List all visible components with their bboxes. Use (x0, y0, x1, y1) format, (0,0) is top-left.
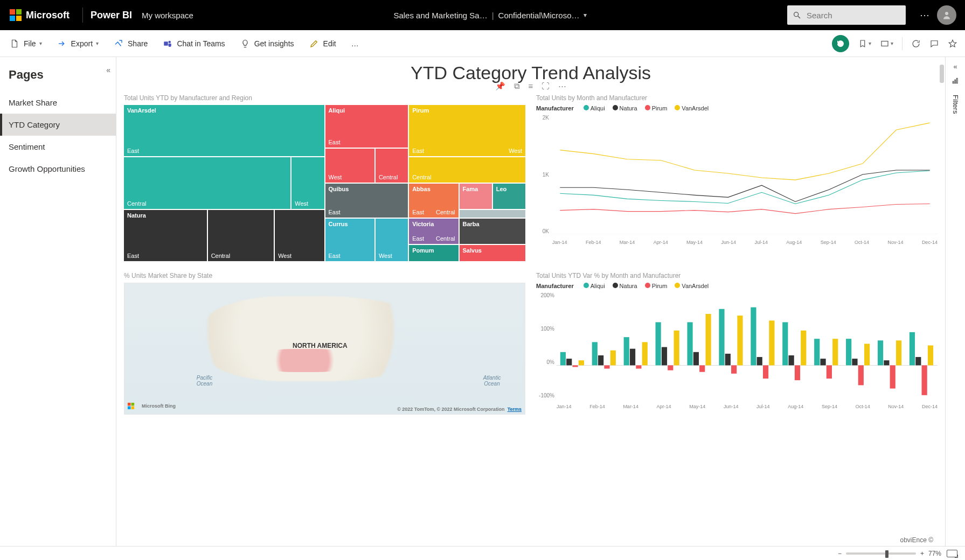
export-menu[interactable]: Export ▾ (55, 36, 101, 52)
search-input[interactable] (806, 10, 910, 20)
report-canvas: YTD Category Trend Analysis 📌 ⧉ ≡ ⛶ ⋯ To… (124, 62, 938, 415)
edit-button[interactable]: Edit (307, 36, 338, 52)
zoom-in-button[interactable]: + (920, 550, 924, 557)
file-icon (10, 39, 19, 48)
brand-product[interactable]: Power BI (91, 10, 132, 21)
svg-rect-3 (164, 41, 169, 46)
comment-button[interactable] (929, 39, 939, 48)
pin-icon[interactable]: 📌 (495, 81, 505, 91)
y-axis: 2K1K0K (536, 115, 549, 234)
filter-icon[interactable]: ≡ (529, 81, 533, 91)
page-item-growth[interactable]: Growth Opportunities (0, 158, 116, 180)
bulb-icon (240, 39, 250, 48)
svg-rect-30 (884, 360, 889, 365)
page-item-sentiment[interactable]: Sentiment (0, 136, 116, 158)
appbar-more-button[interactable]: ⋯ (912, 9, 937, 21)
svg-rect-36 (699, 365, 705, 372)
map-heat-usa (253, 349, 357, 373)
page-item-ytd-category[interactable]: YTD Category (0, 114, 116, 136)
legend-item: Natura (620, 283, 637, 289)
zoom-control[interactable]: − + 77% (838, 550, 941, 557)
expand-filters-icon[interactable]: « (953, 62, 957, 71)
tm-quibus: Quibus (329, 186, 349, 192)
chevron-down-icon: ▾ (39, 40, 42, 46)
svg-rect-22 (630, 349, 635, 366)
file-label: File (24, 39, 36, 48)
bookmark-icon (858, 39, 867, 48)
user-avatar[interactable] (937, 5, 956, 25)
legend-title: Manufacturer (536, 105, 574, 111)
treemap-plot[interactable]: VanArsdelEast Central West NaturaEast Ce… (124, 105, 525, 261)
chevron-down-icon[interactable]: ▾ (584, 11, 587, 19)
copy-icon[interactable]: ⧉ (514, 81, 520, 91)
fit-to-page-button[interactable] (947, 550, 957, 557)
zoom-slider[interactable] (846, 552, 916, 555)
teams-icon (163, 39, 172, 48)
page-item-market-share[interactable]: Market Share (0, 92, 116, 114)
tm-vanarsdel: VanArsdel (127, 107, 156, 114)
insights-button[interactable]: Get insights (238, 36, 296, 52)
linechart-plot[interactable]: 2K1K0K Jan-14Feb-14Mar-14Apr-14May-14Jun… (536, 115, 938, 245)
favorite-button[interactable] (948, 39, 957, 48)
tm-label: West (295, 200, 308, 207)
barchart-plot[interactable]: 200%100%0%-100% Jan-14Feb-14Mar-14Apr-14… (536, 292, 938, 409)
file-menu[interactable]: File ▾ (8, 36, 44, 52)
svg-rect-48 (705, 314, 711, 365)
more-icon[interactable]: ⋯ (558, 81, 566, 91)
svg-rect-15 (782, 322, 788, 365)
brand-company: Microsoft (26, 10, 70, 21)
svg-rect-9 (592, 342, 598, 365)
svg-rect-50 (769, 320, 774, 365)
refresh-button[interactable] (911, 39, 921, 48)
svg-rect-41 (858, 365, 864, 385)
svg-rect-47 (674, 331, 679, 366)
focus-icon[interactable]: ⛶ (541, 81, 550, 91)
svg-rect-13 (719, 309, 724, 366)
filters-pane-collapsed[interactable]: « Filters (946, 57, 965, 546)
app-bar: Microsoft Power BI My workspace Sales an… (0, 0, 965, 30)
workspace-crumb[interactable]: My workspace (142, 11, 193, 20)
zoom-out-button[interactable]: − (838, 550, 842, 557)
divider (902, 37, 902, 50)
filters-icon[interactable] (952, 77, 959, 86)
scrollbar-thumb[interactable] (940, 65, 944, 83)
legend-item: Pirum (652, 105, 668, 111)
teams-label: Chat in Teams (177, 39, 225, 48)
report-canvas-wrap[interactable]: YTD Category Trend Analysis 📌 ⧉ ≡ ⛶ ⋯ To… (116, 57, 946, 546)
map-terms-link[interactable]: Terms (508, 407, 522, 412)
breadcrumb-sep: | (492, 11, 494, 20)
zoom-value: 77% (928, 550, 941, 557)
linechart-legend: Manufacturer Aliqui Natura Pirum VanArsd… (536, 105, 938, 111)
tm-label: West (379, 253, 392, 259)
view-menu[interactable]: ▾ (880, 39, 893, 48)
map-plot[interactable]: NORTH AMERICA PacificOcean AtlanticOcean… (124, 283, 525, 415)
tm-fama: Fama (463, 186, 478, 192)
tm-label: East (127, 148, 139, 154)
export-icon (57, 39, 67, 48)
ms-logo[interactable]: Microsoft (0, 9, 75, 21)
tm-label: Central (379, 174, 398, 180)
visual-barchart[interactable]: Total Units YTD Var % by Month and Manuf… (536, 270, 938, 415)
reset-button[interactable] (832, 35, 849, 52)
svg-rect-20 (566, 359, 572, 365)
command-bar: File ▾ Export ▾ Share Chat in Teams Get … (0, 30, 965, 57)
tm-leo: Leo (496, 186, 507, 192)
teams-button[interactable]: Chat in Teams (161, 36, 227, 52)
star-icon (948, 39, 957, 48)
report-breadcrumb[interactable]: Sales and Marketing Sa… | Confidential\M… (193, 11, 787, 20)
cmdbar-more[interactable]: … (349, 36, 361, 51)
map-label-na: NORTH AMERICA (293, 342, 348, 349)
share-button[interactable]: Share (112, 36, 150, 52)
legend-item: VanArsdel (682, 105, 709, 111)
tm-label: West (278, 253, 291, 259)
zoom-slider-thumb[interactable] (885, 550, 888, 558)
bookmark-menu[interactable]: ▾ (858, 39, 871, 48)
visual-linechart[interactable]: Total Units by Month and Manufacturer Ma… (536, 92, 938, 261)
treemap-title: Total Units YTD by Manufacturer and Regi… (124, 94, 525, 102)
visual-map[interactable]: % Units Market Share by State NORTH AMER… (124, 270, 525, 415)
collapse-pages-icon[interactable]: « (106, 66, 110, 74)
svg-rect-55 (928, 346, 933, 366)
search-box[interactable] (787, 5, 906, 25)
more-label: … (351, 39, 359, 48)
visual-treemap[interactable]: Total Units YTD by Manufacturer and Regi… (124, 92, 525, 261)
